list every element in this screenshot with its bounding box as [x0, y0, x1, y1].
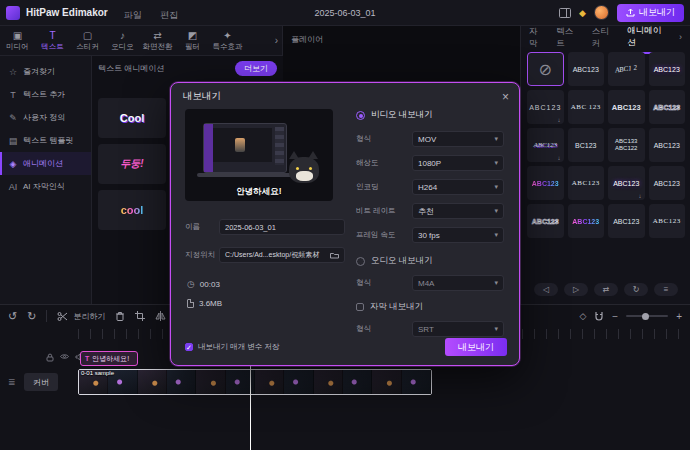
audio-export-radio[interactable] [356, 257, 365, 266]
bitrate-select[interactable]: 추천▾ [412, 203, 504, 219]
tab-audio[interactable]: ♪오디오 [105, 30, 140, 52]
track-options-icon[interactable]: ≣ [8, 377, 16, 387]
tab-sticker-props[interactable]: 스티커 [592, 22, 616, 53]
anim-preset[interactable]: ABC123 [527, 166, 564, 200]
undo-icon[interactable]: ↺ [8, 310, 17, 323]
tab-transition[interactable]: ⇄화면전환 [140, 30, 175, 52]
name-label: 이름 [185, 222, 219, 232]
folder-icon[interactable] [330, 252, 339, 259]
eye-icon[interactable] [60, 353, 69, 362]
anim-preset[interactable]: ABC123 [649, 204, 686, 238]
anim-preset[interactable]: ABC123 [608, 204, 645, 238]
anim-preset[interactable]: ABC123↓ [527, 128, 564, 162]
save-params-checkbox[interactable]: ✓ [185, 343, 193, 351]
app-logo-icon [6, 6, 20, 20]
video-export-radio[interactable] [356, 111, 365, 120]
tab-effects[interactable]: ✦특수효과 [210, 30, 245, 52]
text-preset-card[interactable]: Cool [98, 98, 166, 138]
preview-laptop [203, 123, 287, 173]
add-text-icon: T [8, 90, 18, 100]
timeline-video-clip[interactable] [78, 369, 432, 395]
timeline-text-clip[interactable]: T 안녕하세요! [80, 351, 138, 366]
anim-preset[interactable]: ABC123 [649, 90, 686, 124]
export-button-top[interactable]: 내보내기 [617, 4, 684, 22]
category-tab-strip: ▣미디어 T텍스트 ▢스티커 ♪오디오 ⇄화면전환 ◩필터 ✦특수효과 › [0, 26, 283, 56]
split-label[interactable]: 분리하기 [73, 311, 105, 322]
tab-filter[interactable]: ◩필터 [175, 30, 210, 52]
resolution-select[interactable]: 1080P▾ [412, 155, 504, 171]
more-tabs-chevron-icon[interactable]: › [275, 35, 278, 46]
text-preset-card[interactable]: 두둥! [98, 144, 166, 184]
mirror-icon[interactable] [155, 311, 166, 321]
audio-format-select[interactable]: M4A▾ [412, 275, 504, 291]
sidebar-item-custom[interactable]: ✎사용자 정의 [0, 106, 91, 129]
sidebar-item-ai-subtitle[interactable]: AIAI 자막인식 [0, 175, 91, 198]
avatar[interactable] [594, 5, 609, 20]
export-confirm-button[interactable]: 내보내기 [445, 338, 507, 356]
anim-preset[interactable]: ABC123 [649, 166, 686, 200]
tab-text-props[interactable]: 텍스트 [556, 22, 580, 53]
panel-more-chevron-icon[interactable]: › [679, 32, 682, 42]
tab-text[interactable]: T텍스트 [35, 30, 70, 52]
sidebar-item-animation[interactable]: ◈애니메이션 [0, 152, 91, 175]
anim-preset[interactable]: ABC123 [649, 128, 686, 162]
framerate-select[interactable]: 30 fps▾ [412, 227, 504, 243]
anim-preset-none[interactable]: ⊘ [527, 52, 564, 86]
keyframe-icon[interactable]: ◇ [579, 311, 586, 321]
zoom-out-icon[interactable]: − [612, 311, 618, 322]
anim-preset[interactable]: BC123 [568, 128, 605, 162]
ai-icon: AI [8, 182, 18, 192]
anim-preset[interactable]: ABC 123 [568, 90, 605, 124]
subtitle-export-checkbox[interactable] [356, 303, 364, 311]
zoom-slider-knob[interactable] [642, 313, 649, 320]
format-select[interactable]: MOV▾ [412, 131, 504, 147]
filmstrip-frame [255, 370, 284, 394]
anim-preset[interactable]: ABC123 [608, 90, 645, 124]
anim-preset[interactable]: ABC123 [649, 52, 686, 86]
text-preset-card[interactable]: cool [98, 190, 166, 230]
anim-preset[interactable]: ABC123 [527, 204, 564, 238]
library-more-button[interactable]: 더보기 [235, 61, 277, 76]
split-scissors-icon[interactable] [57, 311, 68, 322]
layout-icon[interactable] [559, 8, 571, 18]
redo-icon[interactable]: ↻ [27, 310, 36, 323]
anim-preset[interactable]: ABC133ABC122 [608, 128, 645, 162]
tab-sticker[interactable]: ▢스티커 [70, 30, 105, 52]
sidebar-item-favorites[interactable]: ☆즐겨찾기 [0, 60, 91, 83]
subtitle-format-select[interactable]: SRT▾ [412, 321, 504, 337]
anim-in-icon[interactable]: ◁ [534, 283, 558, 296]
delete-icon[interactable] [115, 311, 125, 322]
magnet-icon[interactable] [594, 311, 604, 321]
menu-bar: 파일 편집 [124, 4, 192, 22]
anim-out-icon[interactable]: ▷ [564, 283, 588, 296]
anim-preset[interactable]: ABC123↓ [608, 166, 645, 200]
crop-icon[interactable] [135, 311, 145, 321]
app-title: HitPaw Edimakor [26, 7, 108, 18]
sidebar-item-add-text[interactable]: T텍스트 추가 [0, 83, 91, 106]
anim-more-icon[interactable]: ≡ [654, 283, 678, 296]
menu-item-file[interactable]: 파일 [124, 10, 142, 20]
anim-preset[interactable]: ABC123 [568, 166, 605, 200]
anim-preset[interactable]: ABC1 2 [608, 52, 645, 86]
cover-button[interactable]: 커버 [24, 373, 58, 391]
menu-item-edit[interactable]: 편집 [160, 10, 178, 20]
zoom-in-icon[interactable]: + [676, 311, 682, 322]
tab-animation-props[interactable]: 애니메이션 [627, 21, 668, 54]
anim-preset[interactable]: ABC123 [568, 204, 605, 238]
timeline-zoom-slider[interactable] [626, 315, 668, 317]
anim-preset[interactable]: ABC123 [568, 52, 605, 86]
tab-subtitle[interactable]: 자막 [529, 22, 545, 53]
tab-media[interactable]: ▣미디어 [0, 30, 35, 52]
sidebar-item-text-templates[interactable]: ▤텍스트 템플릿 [0, 129, 91, 152]
close-icon[interactable]: × [502, 92, 509, 102]
export-location-input[interactable]: C:/Users/Ad...esktop/視頻素材 [219, 247, 345, 263]
lock-icon[interactable] [46, 353, 54, 362]
anim-preset[interactable]: ABC123↓ [527, 90, 564, 124]
chevron-down-icon: ▾ [494, 279, 498, 287]
vip-icon[interactable]: ◆ [579, 8, 586, 18]
anim-both-icon[interactable]: ⇄ [594, 283, 618, 296]
export-name-input[interactable] [219, 219, 345, 235]
anim-loop-icon[interactable]: ↻ [624, 283, 648, 296]
encoder-select[interactable]: H264▾ [412, 179, 504, 195]
filter-icon: ◩ [188, 30, 197, 41]
